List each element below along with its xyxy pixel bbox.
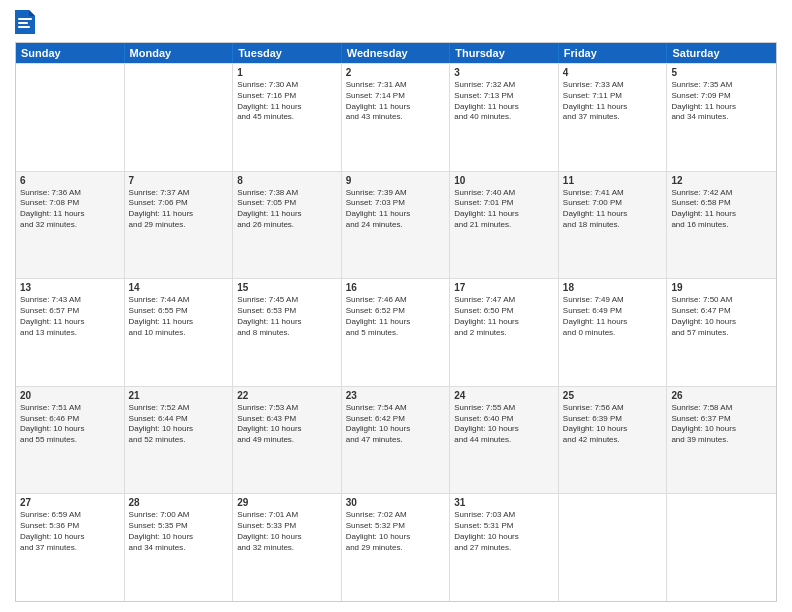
calendar-cell-r3c3: 23Sunrise: 7:54 AM Sunset: 6:42 PM Dayli… xyxy=(342,387,451,494)
day-number: 20 xyxy=(20,390,120,401)
day-number: 29 xyxy=(237,497,337,508)
weekday-header-saturday: Saturday xyxy=(667,43,776,63)
cell-sun-info: Sunrise: 7:44 AM Sunset: 6:55 PM Dayligh… xyxy=(129,295,229,338)
day-number: 26 xyxy=(671,390,772,401)
day-number: 6 xyxy=(20,175,120,186)
weekday-header-sunday: Sunday xyxy=(16,43,125,63)
cell-sun-info: Sunrise: 7:35 AM Sunset: 7:09 PM Dayligh… xyxy=(671,80,772,123)
cell-sun-info: Sunrise: 7:00 AM Sunset: 5:35 PM Dayligh… xyxy=(129,510,229,553)
cell-sun-info: Sunrise: 7:39 AM Sunset: 7:03 PM Dayligh… xyxy=(346,188,446,231)
cell-sun-info: Sunrise: 7:03 AM Sunset: 5:31 PM Dayligh… xyxy=(454,510,554,553)
cell-sun-info: Sunrise: 7:45 AM Sunset: 6:53 PM Dayligh… xyxy=(237,295,337,338)
cell-sun-info: Sunrise: 7:32 AM Sunset: 7:13 PM Dayligh… xyxy=(454,80,554,123)
cell-sun-info: Sunrise: 7:41 AM Sunset: 7:00 PM Dayligh… xyxy=(563,188,663,231)
cell-sun-info: Sunrise: 7:36 AM Sunset: 7:08 PM Dayligh… xyxy=(20,188,120,231)
calendar-cell-r2c2: 15Sunrise: 7:45 AM Sunset: 6:53 PM Dayli… xyxy=(233,279,342,386)
calendar-cell-r0c6: 5Sunrise: 7:35 AM Sunset: 7:09 PM Daylig… xyxy=(667,64,776,171)
calendar-row-0: 1Sunrise: 7:30 AM Sunset: 7:16 PM Daylig… xyxy=(16,63,776,171)
calendar-cell-r0c5: 4Sunrise: 7:33 AM Sunset: 7:11 PM Daylig… xyxy=(559,64,668,171)
logo-icon xyxy=(15,10,35,34)
calendar-cell-r2c4: 17Sunrise: 7:47 AM Sunset: 6:50 PM Dayli… xyxy=(450,279,559,386)
cell-sun-info: Sunrise: 7:52 AM Sunset: 6:44 PM Dayligh… xyxy=(129,403,229,446)
cell-sun-info: Sunrise: 7:38 AM Sunset: 7:05 PM Dayligh… xyxy=(237,188,337,231)
day-number: 17 xyxy=(454,282,554,293)
logo xyxy=(15,10,39,34)
weekday-header-wednesday: Wednesday xyxy=(342,43,451,63)
calendar-cell-r1c4: 10Sunrise: 7:40 AM Sunset: 7:01 PM Dayli… xyxy=(450,172,559,279)
day-number: 31 xyxy=(454,497,554,508)
day-number: 23 xyxy=(346,390,446,401)
calendar-cell-r4c6 xyxy=(667,494,776,601)
day-number: 14 xyxy=(129,282,229,293)
day-number: 2 xyxy=(346,67,446,78)
svg-rect-4 xyxy=(18,26,30,28)
cell-sun-info: Sunrise: 7:02 AM Sunset: 5:32 PM Dayligh… xyxy=(346,510,446,553)
calendar-cell-r1c6: 12Sunrise: 7:42 AM Sunset: 6:58 PM Dayli… xyxy=(667,172,776,279)
day-number: 8 xyxy=(237,175,337,186)
day-number: 7 xyxy=(129,175,229,186)
day-number: 15 xyxy=(237,282,337,293)
day-number: 25 xyxy=(563,390,663,401)
day-number: 1 xyxy=(237,67,337,78)
weekday-header-thursday: Thursday xyxy=(450,43,559,63)
day-number: 10 xyxy=(454,175,554,186)
day-number: 5 xyxy=(671,67,772,78)
cell-sun-info: Sunrise: 7:37 AM Sunset: 7:06 PM Dayligh… xyxy=(129,188,229,231)
svg-rect-2 xyxy=(18,18,32,20)
cell-sun-info: Sunrise: 7:56 AM Sunset: 6:39 PM Dayligh… xyxy=(563,403,663,446)
calendar-cell-r3c2: 22Sunrise: 7:53 AM Sunset: 6:43 PM Dayli… xyxy=(233,387,342,494)
calendar-cell-r3c0: 20Sunrise: 7:51 AM Sunset: 6:46 PM Dayli… xyxy=(16,387,125,494)
cell-sun-info: Sunrise: 7:58 AM Sunset: 6:37 PM Dayligh… xyxy=(671,403,772,446)
calendar-cell-r0c1 xyxy=(125,64,234,171)
day-number: 13 xyxy=(20,282,120,293)
calendar-row-2: 13Sunrise: 7:43 AM Sunset: 6:57 PM Dayli… xyxy=(16,278,776,386)
cell-sun-info: Sunrise: 7:47 AM Sunset: 6:50 PM Dayligh… xyxy=(454,295,554,338)
cell-sun-info: Sunrise: 7:01 AM Sunset: 5:33 PM Dayligh… xyxy=(237,510,337,553)
calendar-cell-r1c3: 9Sunrise: 7:39 AM Sunset: 7:03 PM Daylig… xyxy=(342,172,451,279)
cell-sun-info: Sunrise: 7:55 AM Sunset: 6:40 PM Dayligh… xyxy=(454,403,554,446)
calendar-cell-r4c2: 29Sunrise: 7:01 AM Sunset: 5:33 PM Dayli… xyxy=(233,494,342,601)
day-number: 22 xyxy=(237,390,337,401)
calendar-row-1: 6Sunrise: 7:36 AM Sunset: 7:08 PM Daylig… xyxy=(16,171,776,279)
calendar-cell-r0c3: 2Sunrise: 7:31 AM Sunset: 7:14 PM Daylig… xyxy=(342,64,451,171)
calendar-cell-r0c2: 1Sunrise: 7:30 AM Sunset: 7:16 PM Daylig… xyxy=(233,64,342,171)
day-number: 30 xyxy=(346,497,446,508)
calendar-cell-r1c1: 7Sunrise: 7:37 AM Sunset: 7:06 PM Daylig… xyxy=(125,172,234,279)
cell-sun-info: Sunrise: 6:59 AM Sunset: 5:36 PM Dayligh… xyxy=(20,510,120,553)
cell-sun-info: Sunrise: 7:49 AM Sunset: 6:49 PM Dayligh… xyxy=(563,295,663,338)
day-number: 9 xyxy=(346,175,446,186)
day-number: 3 xyxy=(454,67,554,78)
cell-sun-info: Sunrise: 7:43 AM Sunset: 6:57 PM Dayligh… xyxy=(20,295,120,338)
cell-sun-info: Sunrise: 7:40 AM Sunset: 7:01 PM Dayligh… xyxy=(454,188,554,231)
calendar-body: 1Sunrise: 7:30 AM Sunset: 7:16 PM Daylig… xyxy=(16,63,776,601)
cell-sun-info: Sunrise: 7:42 AM Sunset: 6:58 PM Dayligh… xyxy=(671,188,772,231)
calendar-cell-r2c6: 19Sunrise: 7:50 AM Sunset: 6:47 PM Dayli… xyxy=(667,279,776,386)
cell-sun-info: Sunrise: 7:51 AM Sunset: 6:46 PM Dayligh… xyxy=(20,403,120,446)
day-number: 4 xyxy=(563,67,663,78)
calendar-cell-r4c4: 31Sunrise: 7:03 AM Sunset: 5:31 PM Dayli… xyxy=(450,494,559,601)
day-number: 24 xyxy=(454,390,554,401)
header xyxy=(15,10,777,34)
calendar-cell-r2c5: 18Sunrise: 7:49 AM Sunset: 6:49 PM Dayli… xyxy=(559,279,668,386)
calendar-header: SundayMondayTuesdayWednesdayThursdayFrid… xyxy=(16,43,776,63)
calendar-cell-r3c1: 21Sunrise: 7:52 AM Sunset: 6:44 PM Dayli… xyxy=(125,387,234,494)
day-number: 27 xyxy=(20,497,120,508)
calendar-cell-r4c5 xyxy=(559,494,668,601)
day-number: 21 xyxy=(129,390,229,401)
day-number: 11 xyxy=(563,175,663,186)
day-number: 19 xyxy=(671,282,772,293)
cell-sun-info: Sunrise: 7:54 AM Sunset: 6:42 PM Dayligh… xyxy=(346,403,446,446)
cell-sun-info: Sunrise: 7:33 AM Sunset: 7:11 PM Dayligh… xyxy=(563,80,663,123)
calendar-cell-r3c6: 26Sunrise: 7:58 AM Sunset: 6:37 PM Dayli… xyxy=(667,387,776,494)
calendar-cell-r1c2: 8Sunrise: 7:38 AM Sunset: 7:05 PM Daylig… xyxy=(233,172,342,279)
weekday-header-monday: Monday xyxy=(125,43,234,63)
calendar: SundayMondayTuesdayWednesdayThursdayFrid… xyxy=(15,42,777,602)
calendar-cell-r0c4: 3Sunrise: 7:32 AM Sunset: 7:13 PM Daylig… xyxy=(450,64,559,171)
svg-marker-1 xyxy=(29,10,35,16)
day-number: 16 xyxy=(346,282,446,293)
day-number: 28 xyxy=(129,497,229,508)
day-number: 18 xyxy=(563,282,663,293)
page: SundayMondayTuesdayWednesdayThursdayFrid… xyxy=(0,0,792,612)
weekday-header-friday: Friday xyxy=(559,43,668,63)
cell-sun-info: Sunrise: 7:53 AM Sunset: 6:43 PM Dayligh… xyxy=(237,403,337,446)
